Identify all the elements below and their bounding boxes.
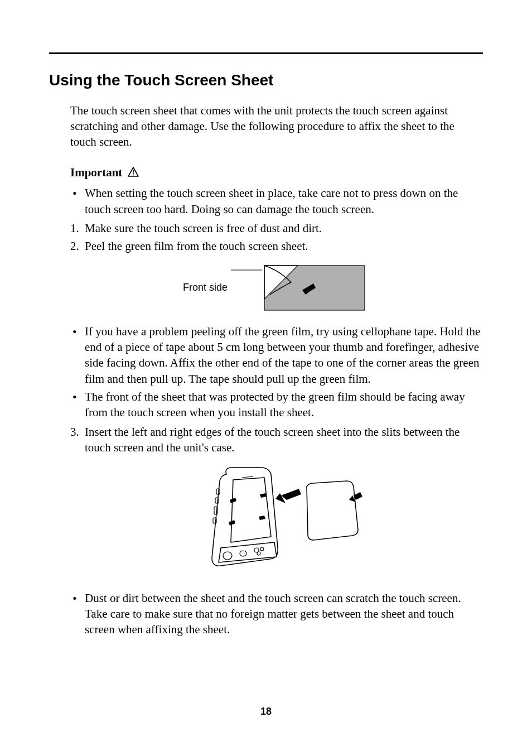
figure-2 [70,464,483,580]
bullet-list-mid: If you have a problem peeling off the gr… [70,324,483,421]
figure-1: Front side [70,262,483,314]
document-page: Using the Touch Screen Sheet The touch s… [0,0,532,756]
list-item: Make sure the touch screen is free of du… [70,220,483,236]
section-title: Using the Touch Screen Sheet [49,70,483,91]
list-item: Insert the left and right edges of the t… [70,424,483,456]
important-label: Important [70,166,122,179]
top-rule [49,52,483,54]
step-list-a: Make sure the touch screen is free of du… [70,220,483,254]
important-heading: Important [70,165,483,181]
list-item: If you have a problem peeling off the gr… [70,324,483,387]
warning-icon [128,165,139,181]
content-block: When setting the touch screen sheet in p… [70,185,483,638]
step-list-b: Insert the left and right edges of the t… [70,424,483,456]
list-item: When setting the touch screen sheet in p… [70,185,483,217]
intro-paragraph: The touch screen sheet that comes with t… [70,103,483,150]
list-item: Peel the green film from the touch scree… [70,238,483,254]
list-item: The front of the sheet that was protecte… [70,389,483,421]
figure-2-illustration [187,464,366,576]
figure-1-illustration [231,262,370,314]
list-item: Dust or dirt between the sheet and the t… [70,590,483,638]
bullet-list-bottom: Dust or dirt between the sheet and the t… [70,590,483,638]
svg-point-1 [133,174,134,175]
figure-1-label: Front side [183,281,228,294]
bullet-list-top: When setting the touch screen sheet in p… [70,185,483,217]
page-number: 18 [0,705,532,718]
